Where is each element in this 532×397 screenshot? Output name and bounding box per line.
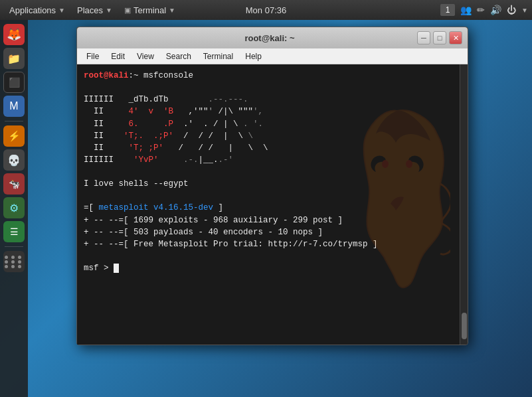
terminal-label: Terminal: [133, 5, 166, 15]
stat2-text: + -- --=[ 503 payloads - 40 encoders - 1…: [84, 228, 323, 237]
tagline-line: I love shells --egypt: [84, 178, 453, 190]
terminal-dock-item[interactable]: ⬛: [3, 72, 25, 93]
terminal-title: root@kali: ~: [122, 33, 417, 43]
stat2-line: + -- --=[ 503 payloads - 40 encoders - 1…: [84, 226, 453, 238]
mail-dock-item[interactable]: M: [3, 96, 25, 117]
mail-icon: M: [9, 100, 18, 112]
stat3-line: + -- --=[ Free Metasploit Pro trial: htt…: [84, 238, 453, 250]
places-label: Places: [77, 5, 103, 15]
applications-chevron: ▼: [58, 7, 65, 14]
ascii-art-block: IIIIII _dTb.dTb .--.---. II 4' v 'B ,'""…: [84, 94, 453, 166]
taskbar: Applications ▼ Places ▼ ▣ Terminal ▼ Mon…: [0, 0, 532, 20]
prompt-symbol: [139, 71, 144, 80]
menu-help[interactable]: Help: [240, 50, 267, 62]
burpsuite-dock-item[interactable]: ⚡: [3, 125, 25, 147]
msf-version-text: metasploit v4.16.15-dev: [99, 203, 214, 212]
terminal-scrollbar[interactable]: [460, 64, 468, 345]
sound-icon[interactable]: 🔊: [490, 5, 501, 15]
stat3-text: + -- --=[ Free Metasploit Pro trial: htt…: [84, 240, 378, 249]
taskbar-clock: Mon 07:36: [246, 5, 286, 15]
stat1-text: + -- --=[ 1699 exploits - 968 auxiliary …: [84, 216, 343, 225]
close-button[interactable]: ✕: [449, 31, 462, 44]
store-dock-item[interactable]: ☰: [3, 221, 25, 242]
terminal-chevron: ▼: [169, 7, 175, 14]
terminal-prompt-line: root@kali:~ msfconsole: [84, 70, 453, 82]
taskbar-left: Applications ▼ Places ▼ ▣ Terminal ▼: [4, 4, 181, 17]
menu-search[interactable]: Search: [161, 50, 197, 62]
maximize-button[interactable]: □: [433, 31, 446, 44]
msf-dock-item[interactable]: 💀: [3, 149, 25, 171]
firefox-dock-item[interactable]: 🦊: [3, 24, 25, 45]
msf-prompt-line: msf >: [84, 262, 453, 274]
terminal-window: root@kali: ~ ─ □ ✕ File Edit View Search…: [76, 27, 468, 345]
menu-view[interactable]: View: [132, 50, 159, 62]
dock-divider-1: [5, 121, 23, 121]
ascii-line-6: IIIIII 'YvP' .-.|__..-': [84, 154, 453, 166]
files-dock-item[interactable]: 📁: [3, 48, 25, 69]
terminal-body: root@kali:~ msfconsole IIIIII _dTb.dTb .…: [77, 64, 468, 345]
users-icon[interactable]: 👥: [460, 5, 472, 15]
stat1-line: + -- --=[ 1699 exploits - 968 auxiliary …: [84, 214, 453, 226]
files-icon: 📁: [7, 52, 21, 65]
appgrid-dock-item[interactable]: [3, 251, 25, 272]
bluetooth-icon[interactable]: ✏: [477, 5, 485, 15]
menu-terminal[interactable]: Terminal: [198, 50, 238, 62]
power-icon[interactable]: ⏻: [507, 5, 516, 15]
app-grid-icon: [5, 252, 23, 271]
prompt-user: root@kali: [84, 71, 129, 80]
terminal-menu[interactable]: ▣ Terminal ▼: [119, 4, 181, 17]
places-chevron: ▼: [106, 7, 112, 14]
burpsuite-icon: ⚡: [8, 130, 21, 142]
zap-dock-item[interactable]: ⚙: [3, 197, 25, 218]
scrollbar-thumb[interactable]: [462, 313, 467, 339]
dock-divider-2: [5, 246, 23, 247]
places-menu[interactable]: Places ▼: [72, 4, 118, 17]
firefox-icon: 🦊: [7, 27, 21, 42]
metasploit-icon: 💀: [7, 154, 21, 167]
dock: 🦊 📁 ⬛ M ⚡ 💀 🐄 ⚙ ☰: [0, 20, 28, 397]
store-icon: ☰: [10, 226, 19, 237]
cursor: [114, 264, 119, 273]
menu-edit[interactable]: Edit: [106, 50, 130, 62]
applications-label: Applications: [9, 5, 56, 15]
ascii-line-1: IIIIII _dTb.dTb .--.---.: [84, 94, 453, 106]
taskbar-right: 1 👥 ✏ 🔊 ⏻ ▼: [440, 4, 528, 16]
window-controls: ─ □ ✕: [417, 31, 462, 44]
terminal-icon: ⬛: [9, 77, 20, 88]
zap-icon: ⚙: [9, 202, 19, 214]
beef-dock-item[interactable]: 🐄: [3, 173, 25, 195]
prompt-path: :~: [129, 71, 139, 80]
terminal-content[interactable]: root@kali:~ msfconsole IIIIII _dTb.dTb .…: [77, 64, 460, 345]
menu-file[interactable]: File: [81, 50, 104, 62]
workspace-badge[interactable]: 1: [440, 4, 455, 16]
terminal-command: msfconsole: [143, 71, 193, 80]
system-chevron: ▼: [521, 7, 528, 14]
msf-version-line: =[ metasploit v4.16.15-dev ]: [84, 202, 453, 214]
terminal-icon-small: ▣: [124, 6, 131, 15]
applications-menu[interactable]: Applications ▼: [4, 4, 70, 17]
terminal-menubar: File Edit View Search Terminal Help: [77, 48, 468, 64]
msf-prompt-text: msf >: [84, 264, 114, 273]
beef-icon: 🐄: [9, 179, 20, 189]
terminal-titlebar: root@kali: ~ ─ □ ✕: [77, 27, 468, 48]
minimize-button[interactable]: ─: [417, 31, 430, 44]
